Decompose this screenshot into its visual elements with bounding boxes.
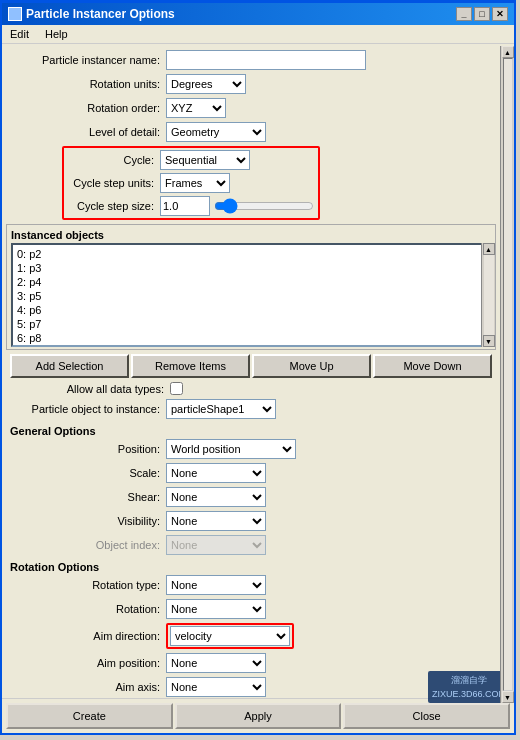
close-button-bottom[interactable]: Close — [343, 703, 510, 729]
cycle-label: Cycle: — [68, 154, 160, 166]
title-bar: Particle Instancer Options _ □ ✕ — [2, 3, 514, 25]
maximize-button[interactable]: □ — [474, 7, 490, 21]
list-item[interactable]: 4: p6 — [15, 303, 477, 317]
rotation-units-row: Rotation units: Degrees Radians — [6, 74, 496, 94]
rotation-type-label: Rotation type: — [6, 579, 166, 591]
cycle-step-size-input[interactable] — [160, 196, 210, 216]
aim-direction-select[interactable]: velocity None — [170, 626, 290, 646]
cycle-step-size-slider[interactable] — [214, 198, 314, 214]
list-item[interactable]: 6: p8 — [15, 331, 477, 345]
add-selection-button[interactable]: Add Selection — [10, 354, 129, 378]
rotation-units-select[interactable]: Degrees Radians — [166, 74, 246, 94]
remove-items-button[interactable]: Remove Items — [131, 354, 250, 378]
level-of-detail-label: Level of detail: — [6, 126, 166, 138]
instanced-objects-title: Instanced objects — [11, 229, 495, 241]
list-item[interactable]: 2: p4 — [15, 275, 477, 289]
cycle-row: Cycle: Sequential Random None — [68, 150, 314, 170]
move-up-button[interactable]: Move Up — [252, 354, 371, 378]
cycle-step-size-row: Cycle step size: — [68, 196, 314, 216]
rotation-order-row: Rotation order: XYZ XZY YXZ YZX ZXY ZYX — [6, 98, 496, 118]
rotation-label: Rotation: — [6, 603, 166, 615]
watermark: 溜溜自学 ZIXUE.3D66.COM — [428, 671, 510, 703]
scale-row: Scale: None — [6, 463, 496, 483]
minimize-button[interactable]: _ — [456, 7, 472, 21]
general-options-title: General Options — [10, 425, 492, 437]
cycle-step-units-row: Cycle step units: Frames Seconds — [68, 173, 314, 193]
rotation-options-title: Rotation Options — [10, 561, 492, 573]
app-icon — [8, 7, 22, 21]
allow-all-data-types-label: Allow all data types: — [10, 383, 170, 395]
position-row: Position: World position None — [6, 439, 496, 459]
menu-edit[interactable]: Edit — [6, 27, 33, 41]
cycle-step-units-select[interactable]: Frames Seconds — [160, 173, 230, 193]
move-down-button[interactable]: Move Down — [373, 354, 492, 378]
title-buttons: _ □ ✕ — [456, 7, 508, 21]
allow-all-data-types-checkbox[interactable] — [170, 382, 183, 395]
scroll-down-arrow[interactable]: ▼ — [483, 335, 495, 347]
scale-select[interactable]: None — [166, 463, 266, 483]
list-item[interactable]: 1: p3 — [15, 261, 477, 275]
visibility-row: Visibility: None — [6, 511, 496, 531]
list-item[interactable]: 3: p5 — [15, 289, 477, 303]
particle-instancer-name-input[interactable] — [166, 50, 366, 70]
object-index-row: Object index: None — [6, 535, 496, 555]
close-button[interactable]: ✕ — [492, 7, 508, 21]
title-bar-left: Particle Instancer Options — [8, 7, 175, 21]
apply-button[interactable]: Apply — [175, 703, 342, 729]
listbox-scrollbar: ▲ ▼ — [481, 243, 495, 347]
main-scroll-track — [503, 58, 513, 691]
instanced-objects-listbox[interactable]: 0: p2 1: p3 2: p4 3: p5 4: p6 5: p7 6: p… — [11, 243, 495, 347]
scroll-up-arrow[interactable]: ▲ — [483, 243, 495, 255]
window-title: Particle Instancer Options — [26, 7, 175, 21]
particle-instancer-name-label: Particle instancer name: — [6, 54, 166, 66]
particle-object-label: Particle object to instance: — [6, 403, 166, 415]
menu-help[interactable]: Help — [41, 27, 72, 41]
create-button[interactable]: Create — [6, 703, 173, 729]
bottom-button-bar: Create Apply Close — [2, 698, 514, 733]
aim-direction-label: Aim direction: — [6, 630, 166, 642]
rotation-type-row: Rotation type: None Rotation Aim directi… — [6, 575, 496, 595]
shear-label: Shear: — [6, 491, 166, 503]
rotation-units-label: Rotation units: — [6, 78, 166, 90]
cycle-step-size-label: Cycle step size: — [68, 200, 160, 212]
aim-axis-select[interactable]: None — [166, 677, 266, 697]
level-of-detail-select[interactable]: Geometry Bounding Box — [166, 122, 266, 142]
menu-bar: Edit Help — [2, 25, 514, 44]
main-window: Particle Instancer Options _ □ ✕ Edit He… — [0, 0, 516, 735]
visibility-select[interactable]: None — [166, 511, 266, 531]
content-area: Particle instancer name: Rotation units:… — [2, 44, 514, 698]
cycle-step-units-label: Cycle step units: — [68, 177, 160, 189]
main-scrollbar: ▲ ▼ — [500, 46, 514, 703]
watermark-line1: 溜溜自学 — [432, 673, 506, 687]
aim-direction-highlight: velocity None — [166, 623, 294, 649]
main-scroll-down[interactable]: ▼ — [502, 691, 514, 703]
list-item[interactable]: 5: p7 — [15, 317, 477, 331]
scroll-track — [484, 255, 494, 335]
shear-select[interactable]: None — [166, 487, 266, 507]
particle-instancer-name-row: Particle instancer name: — [6, 50, 496, 70]
cycle-select[interactable]: Sequential Random None — [160, 150, 250, 170]
rotation-type-select[interactable]: None Rotation Aim direction — [166, 575, 266, 595]
rotation-select[interactable]: None — [166, 599, 266, 619]
aim-position-select[interactable]: None — [166, 653, 266, 673]
aim-axis-row: Aim axis: None — [6, 677, 496, 697]
scale-label: Scale: — [6, 467, 166, 479]
object-index-select: None — [166, 535, 266, 555]
level-of-detail-row: Level of detail: Geometry Bounding Box — [6, 122, 496, 142]
rotation-order-select[interactable]: XYZ XZY YXZ YZX ZXY ZYX — [166, 98, 226, 118]
aim-direction-row: Aim direction: velocity None — [6, 623, 496, 649]
list-button-row: Add Selection Remove Items Move Up Move … — [10, 354, 492, 378]
instanced-objects-section: Instanced objects 0: p2 1: p3 2: p4 3: p… — [6, 224, 496, 350]
aim-position-label: Aim position: — [6, 657, 166, 669]
listbox-container: 0: p2 1: p3 2: p4 3: p5 4: p6 5: p7 6: p… — [11, 243, 495, 347]
list-item[interactable]: 0: p2 — [15, 247, 477, 261]
main-scroll-up[interactable]: ▲ — [502, 46, 514, 58]
aim-axis-label: Aim axis: — [6, 681, 166, 693]
aim-position-row: Aim position: None — [6, 653, 496, 673]
position-select[interactable]: World position None — [166, 439, 296, 459]
particle-object-row: Particle object to instance: particleSha… — [6, 399, 496, 419]
particle-object-select[interactable]: particleShape1 particleShape2 — [166, 399, 276, 419]
position-label: Position: — [6, 443, 166, 455]
allow-all-data-types-row: Allow all data types: — [10, 382, 492, 395]
visibility-label: Visibility: — [6, 515, 166, 527]
